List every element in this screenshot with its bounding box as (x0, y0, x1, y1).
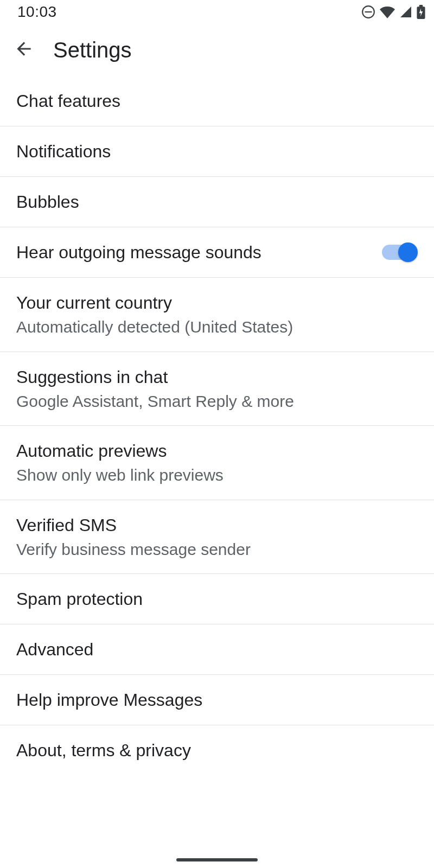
wifi-icon (380, 5, 395, 18)
item-bubbles[interactable]: Bubbles (0, 177, 434, 227)
item-title: Spam protection (16, 588, 418, 610)
item-subtitle: Verify business message sender (16, 539, 418, 560)
item-title: Chat features (16, 90, 418, 112)
item-title: Bubbles (16, 191, 418, 213)
item-subtitle: Automatically detected (United States) (16, 317, 418, 337)
svg-rect-3 (419, 5, 423, 7)
cellular-icon (399, 5, 412, 18)
item-title: Automatic previews (16, 440, 418, 462)
status-bar: 10:03 (0, 0, 434, 24)
item-title: About, terms & privacy (16, 739, 418, 761)
item-title: Suggestions in chat (16, 366, 418, 388)
item-title: Notifications (16, 141, 418, 162)
item-title: Verified SMS (16, 514, 418, 536)
hear-outgoing-switch[interactable] (382, 242, 418, 262)
item-automatic-previews[interactable]: Automatic previews Show only web link pr… (0, 426, 434, 500)
item-current-country[interactable]: Your current country Automatically detec… (0, 278, 434, 352)
item-suggestions-in-chat[interactable]: Suggestions in chat Google Assistant, Sm… (0, 352, 434, 426)
item-subtitle: Google Assistant, Smart Reply & more (16, 391, 418, 412)
item-title: Hear outgoing message sounds (16, 241, 371, 263)
item-notifications[interactable]: Notifications (0, 126, 434, 177)
item-hear-outgoing-sounds[interactable]: Hear outgoing message sounds (0, 227, 434, 278)
item-spam-protection[interactable]: Spam protection (0, 574, 434, 624)
item-help-improve-messages[interactable]: Help improve Messages (0, 675, 434, 725)
status-time: 10:03 (17, 3, 57, 21)
item-subtitle: Show only web link previews (16, 465, 418, 486)
dnd-icon (361, 5, 375, 19)
page-title: Settings (53, 38, 132, 62)
item-title: Advanced (16, 639, 418, 660)
item-chat-features[interactable]: Chat features (0, 76, 434, 126)
back-button[interactable] (9, 35, 39, 65)
item-about-terms-privacy[interactable]: About, terms & privacy (0, 725, 434, 775)
item-advanced[interactable]: Advanced (0, 624, 434, 675)
app-bar: Settings (0, 24, 434, 76)
item-title: Help improve Messages (16, 689, 418, 711)
item-verified-sms[interactable]: Verified SMS Verify business message sen… (0, 500, 434, 575)
settings-list: Chat features Notifications Bubbles Hear… (0, 76, 434, 775)
gesture-nav-handle[interactable] (176, 858, 258, 861)
arrow-back-icon (14, 39, 34, 61)
item-title: Your current country (16, 292, 418, 314)
status-icons (361, 5, 425, 19)
battery-icon (417, 5, 425, 19)
switch-thumb (398, 242, 418, 262)
